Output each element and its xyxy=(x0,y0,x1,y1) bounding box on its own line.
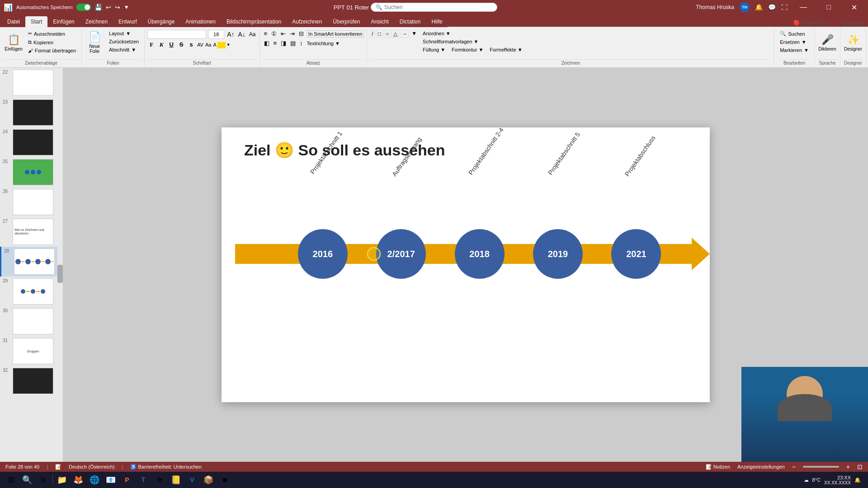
tab-datei[interactable]: Datei xyxy=(2,16,25,27)
aufzeichnen-button[interactable]: 🔴 Aufzeichnen xyxy=(789,19,833,27)
timeline-node-2019[interactable]: 2019 xyxy=(533,229,583,279)
italic-button[interactable]: K xyxy=(157,41,165,49)
ersetzen-button[interactable]: Ersetzen ▼ xyxy=(777,38,811,46)
tab-einfuegen[interactable]: Einfügen xyxy=(47,16,80,27)
align-left-button[interactable]: ◧ xyxy=(263,39,271,47)
zoom-out-button[interactable]: − xyxy=(792,463,796,470)
autosave-toggle[interactable] xyxy=(76,4,91,11)
shape-arrow[interactable]: → xyxy=(400,30,409,38)
justify-button[interactable]: ▤ xyxy=(289,39,297,47)
underline-button[interactable]: U xyxy=(167,41,175,49)
search-input[interactable] xyxy=(384,4,484,10)
formkontur-button[interactable]: Formkontur ▼ xyxy=(449,46,486,53)
einfuegen-button[interactable]: 📋 Einfügen xyxy=(4,30,24,55)
task-view-button[interactable]: ⧉ xyxy=(36,473,51,487)
columns-button[interactable]: ⊟ xyxy=(297,30,305,38)
shape-rect[interactable]: □ xyxy=(376,30,383,38)
clear-format-icon[interactable]: Aa xyxy=(248,30,257,38)
tab-hilfe[interactable]: Hilfe xyxy=(426,16,448,27)
tab-entwurf[interactable]: Entwurf xyxy=(113,16,142,27)
kopieren-button[interactable]: ⧉ Kopieren xyxy=(25,38,79,46)
toolbar-more-icon[interactable]: ▼ xyxy=(124,4,129,10)
increase-font-icon[interactable]: A↑ xyxy=(226,30,235,39)
neue-folie-button[interactable]: 📄 Neue Folie xyxy=(85,30,104,55)
slide-thumb-30[interactable]: 30 xyxy=(0,306,63,336)
markieren-button[interactable]: Markieren ▼ xyxy=(777,47,811,54)
suchen-button[interactable]: 🔍 Suchen xyxy=(777,30,811,38)
taskbar-visio[interactable]: V xyxy=(185,473,199,487)
slide-thumb-31[interactable]: 31 Gruppen xyxy=(0,336,63,366)
scrollbar-thumb[interactable] xyxy=(57,265,63,283)
zoom-in-button[interactable]: + xyxy=(846,463,850,470)
tab-animationen[interactable]: Animationen xyxy=(180,16,221,27)
font-color-chevron[interactable]: ▼ xyxy=(226,42,231,47)
redo-icon[interactable]: ↪ xyxy=(115,4,120,11)
shape-triangle[interactable]: △ xyxy=(392,30,399,38)
taskbar-onenote[interactable]: 📒 xyxy=(169,473,183,487)
taskbar-recorder[interactable]: ⏺ xyxy=(217,473,232,487)
tab-dictation[interactable]: Dictation xyxy=(394,16,426,27)
increase-indent-button[interactable]: ⇥ xyxy=(288,30,296,38)
format-uebertragen-button[interactable]: 🖌 Format übertragen xyxy=(25,47,79,54)
tab-start[interactable]: Start xyxy=(25,16,47,27)
smartart-button[interactable]: In SmartArt konvertieren xyxy=(307,30,364,38)
tab-bildschirmpraesentationen[interactable]: Bildschirmpräsentation xyxy=(221,16,287,27)
tab-uebergaenge[interactable]: Übergänge xyxy=(142,16,180,27)
slide-thumb-32[interactable]: 32 xyxy=(0,366,63,396)
ausschneiden-button[interactable]: ✂ Ausschneiden xyxy=(25,30,79,38)
zoom-slider[interactable] xyxy=(803,466,839,468)
numbering-button[interactable]: ① xyxy=(270,30,278,38)
font-name-input[interactable] xyxy=(147,30,206,39)
fit-slide-button[interactable]: ⊡ xyxy=(857,463,863,470)
taskbar-powerpoint[interactable]: P xyxy=(120,473,134,487)
character-case-button[interactable]: Aa xyxy=(205,42,211,47)
shadow-button[interactable]: s xyxy=(187,41,195,49)
taskbar-chrome[interactable]: 🌐 xyxy=(87,473,102,487)
bold-button[interactable]: F xyxy=(147,41,156,49)
undo-icon[interactable]: ↩ xyxy=(106,4,111,11)
strikethrough-button[interactable]: S xyxy=(177,41,185,49)
tab-ansicht[interactable]: Ansicht xyxy=(365,16,394,27)
present-icon[interactable]: ⛶ xyxy=(781,4,788,11)
tab-ueberpruefen[interactable]: Überprüfen xyxy=(327,16,365,27)
align-right-button[interactable]: ◨ xyxy=(279,39,288,47)
tab-zeichnen[interactable]: Zeichnen xyxy=(80,16,113,27)
decrease-indent-button[interactable]: ⇤ xyxy=(279,30,287,38)
timeline-node-2021[interactable]: 2021 xyxy=(611,229,661,279)
taskbar-teams[interactable]: T xyxy=(136,473,151,487)
anordnen-button[interactable]: Anordnen ▼ xyxy=(420,30,525,37)
fuellung-button[interactable]: Füllung ▼ xyxy=(420,46,448,53)
minimize-button[interactable]: — xyxy=(793,0,814,14)
font-size-input[interactable] xyxy=(208,30,224,39)
slide-thumb-23[interactable]: 23 xyxy=(0,98,63,127)
tab-aufzeichnen[interactable]: Aufzeichnen xyxy=(287,16,327,27)
slide-thumb-29[interactable]: 29 xyxy=(0,277,63,306)
decrease-font-icon[interactable]: A↓ xyxy=(237,30,246,39)
shape-line[interactable]: / xyxy=(370,30,375,38)
accessibility-info[interactable]: ♿ Barrierefreiheit: Untersuchen xyxy=(130,464,202,470)
save-icon[interactable]: 💾 xyxy=(94,4,102,11)
slide-thumb-27[interactable]: 27 Wie zu Zeichnen und skizzieren xyxy=(0,217,63,247)
language-info[interactable]: Deutsch (Österreich) xyxy=(69,464,114,469)
freigeben-button[interactable]: ↑ Freigeben xyxy=(833,19,868,27)
bullets-button[interactable]: ≡ xyxy=(263,30,269,38)
search-taskbar-button[interactable]: 🔍 xyxy=(20,473,34,487)
maximize-button[interactable]: □ xyxy=(818,0,839,14)
start-button[interactable]: ⊞ xyxy=(4,473,18,487)
slide-thumb-28[interactable]: 28 xyxy=(0,247,63,277)
slide-thumb-22[interactable]: 22 xyxy=(0,68,63,98)
taskbar-explorer[interactable]: 📁 xyxy=(55,473,69,487)
abschnitt-button[interactable]: Abschnitt ▼ xyxy=(106,46,142,53)
text-direction-button[interactable]: Textrichtung ▼ xyxy=(306,40,341,47)
taskbar-telegram[interactable]: ✈ xyxy=(152,473,167,487)
display-settings-button[interactable]: Anzeigeeinstellungen xyxy=(737,464,785,469)
font-spacing-button[interactable]: AV xyxy=(197,42,203,47)
slide-thumb-26[interactable]: 26 xyxy=(0,187,63,217)
formeffekte-button[interactable]: Formeffekte ▼ xyxy=(487,46,525,53)
more-shapes-button[interactable]: ▼ xyxy=(410,30,418,38)
close-button[interactable]: ✕ xyxy=(844,0,864,14)
designer-button[interactable]: ✨ Designer xyxy=(843,30,863,55)
timeline-node-2017[interactable]: 2/2017 xyxy=(376,229,426,279)
diktieren-button[interactable]: 🎤 Diktieren xyxy=(817,30,837,55)
notification-icon[interactable]: 🔔 xyxy=(854,477,861,483)
